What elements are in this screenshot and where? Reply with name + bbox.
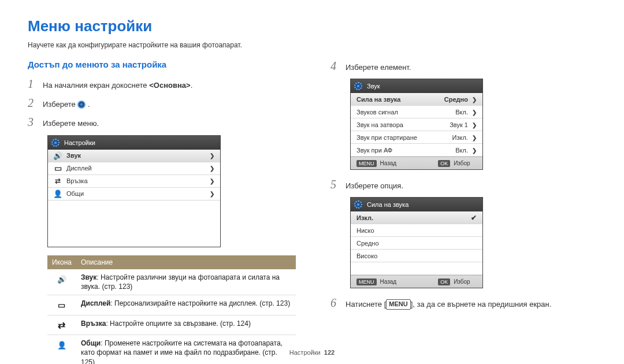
step-3: 3 Изберете меню. — [28, 116, 296, 129]
left-column: Достъп до менюто за настройка 1 На начал… — [28, 60, 296, 364]
ok-tag: OK — [438, 160, 450, 167]
volume-option-high[interactable]: Високо — [351, 250, 482, 262]
volume-menu-screenshot: Сила на звука Изкл. Ниско Средно Високо … — [350, 197, 483, 288]
menu-item-general[interactable]: Общи ❯ — [48, 188, 220, 200]
menu-item-label: Връзка — [66, 177, 88, 184]
step-text-part: . — [191, 81, 193, 90]
row-value: Вкл. — [455, 109, 468, 116]
sound-menu-screenshot: Звук Сила на звукаСредно ❯ Звуков сигнал… — [350, 79, 483, 170]
option-label: Ниско — [356, 227, 374, 234]
menu-rows: Звук ❯ Дисплей ❯ Връзка ❯ Общи ❯ — [48, 150, 220, 200]
step-6: 6 Натиснете [MENU], за да се върнете на … — [330, 296, 596, 310]
chevron-right-icon: ❯ — [472, 96, 477, 103]
page-title: Меню настройки — [28, 17, 596, 35]
display-icon — [54, 164, 62, 173]
two-column-layout: Достъп до менюто за настройка 1 На начал… — [28, 60, 596, 364]
menu-header: Звук — [351, 79, 482, 93]
menu-blank-area — [48, 200, 220, 247]
menu-header: Настройки — [48, 136, 220, 150]
description-table: Икона Описание Звук: Настройте различни … — [47, 255, 296, 364]
footer-back[interactable]: Назад — [380, 160, 397, 166]
table-row: Дисплей: Персонализирайте настройките на… — [47, 295, 296, 315]
chevron-right-icon: ❯ — [472, 109, 477, 116]
person-icon — [54, 190, 62, 198]
connect-icon — [58, 320, 65, 330]
step-5: 5 Изберете опция. — [330, 178, 596, 191]
volume-option-low[interactable]: Ниско — [351, 224, 482, 237]
step-number: 1 — [28, 77, 37, 91]
chevron-right-icon: ❯ — [210, 191, 214, 197]
table-row: Звук: Настройте различни звуци на фотоап… — [47, 269, 296, 295]
row-value: Звук 1 — [450, 121, 468, 128]
volume-option-off[interactable]: Изкл. — [351, 211, 482, 224]
step-text: Изберете . — [43, 99, 90, 110]
step-bold: <Основна> — [149, 81, 190, 90]
desc-bold: Звук — [81, 273, 96, 281]
footer-select[interactable]: Избор — [454, 278, 470, 285]
gear-icon — [51, 139, 60, 147]
chevron-right-icon: ❯ — [210, 165, 214, 172]
sound-row-startup[interactable]: Звук при стартиранеИзкл. ❯ — [351, 131, 482, 144]
connect-icon — [54, 177, 62, 185]
sound-row-shutter[interactable]: Звук на затвораЗвук 1 ❯ — [351, 118, 482, 131]
step-text: Изберете опция. — [346, 181, 403, 191]
table-header-icon: Икона — [47, 255, 76, 269]
speaker-icon — [57, 274, 66, 284]
row-label: Звук при стартиране — [356, 134, 417, 141]
footer-select[interactable]: Избор — [454, 160, 470, 166]
intro-text: Научете как да конфигурирате настройките… — [28, 41, 596, 49]
option-label: Средно — [356, 240, 379, 247]
menu-title: Сила на звука — [367, 201, 408, 208]
chevron-right-icon: ❯ — [472, 135, 477, 141]
gear-icon — [354, 200, 362, 209]
step-text-part: ], за да се върнете на предишния екран. — [411, 300, 552, 309]
menu-item-sound[interactable]: Звук ❯ — [48, 150, 220, 162]
desc-bold: Дисплей — [81, 299, 110, 307]
table-row: Връзка: Настройте опциите за свързване. … — [47, 315, 296, 335]
footer-back[interactable]: Назад — [380, 278, 397, 285]
desc-text: : Настройте различни звуци на фотоапарат… — [81, 273, 280, 291]
menu-rows: Сила на звукаСредно ❯ Звуков сигналВкл. … — [351, 93, 482, 157]
footer-page-number: 122 — [324, 349, 335, 356]
step-text-part: Изберете — [43, 100, 77, 109]
person-icon — [57, 340, 66, 350]
step-number: 5 — [330, 178, 340, 191]
menu-button-label: MENU — [386, 299, 410, 309]
chevron-right-icon: ❯ — [210, 153, 214, 159]
menu-item-label: Общи — [66, 190, 84, 197]
step-1: 1 На началния екран докоснете <Основна>. — [28, 77, 296, 91]
check-icon — [471, 214, 477, 222]
sound-row-beep[interactable]: Звуков сигналВкл. ❯ — [351, 106, 482, 118]
gear-icon — [354, 82, 362, 90]
step-text-part: . — [88, 100, 90, 109]
step-text-part: На началния екран докоснете — [43, 81, 149, 90]
menu-footer: MENU Назад OK Избор — [351, 157, 482, 169]
menu-item-connection[interactable]: Връзка ❯ — [48, 175, 220, 188]
section-heading: Достъп до менюто за настройка — [28, 60, 296, 69]
menu-title: Настройки — [64, 139, 95, 146]
step-text: Изберете меню. — [43, 118, 99, 129]
volume-option-medium[interactable]: Средно — [351, 237, 482, 250]
row-label: Звуков сигнал — [356, 109, 398, 116]
table-header-desc: Описание — [76, 255, 296, 269]
menu-blank-row — [351, 262, 482, 275]
row-label: Звук при АФ — [356, 147, 392, 154]
menu-item-label: Звук — [66, 152, 81, 159]
step-2: 2 Изберете . — [28, 96, 296, 110]
desc-bold: Общи — [81, 339, 101, 347]
menu-title: Звук — [367, 83, 380, 90]
sound-row-af[interactable]: Звук при АФВкл. ❯ — [351, 144, 482, 157]
step-text: Изберете елемент. — [346, 62, 411, 73]
step-text: На началния екран докоснете <Основна>. — [43, 80, 192, 91]
chevron-right-icon: ❯ — [472, 122, 477, 128]
row-label: Сила на звука — [356, 96, 400, 103]
option-label: Високо — [356, 252, 377, 259]
step-4: 4 Изберете елемент. — [330, 60, 596, 73]
menu-rows: Изкл. Ниско Средно Високо — [351, 211, 482, 262]
desc-text: : Настройте опциите за свързване. (стр. … — [106, 320, 251, 328]
option-label: Изкл. — [356, 214, 373, 221]
menu-item-display[interactable]: Дисплей ❯ — [48, 162, 220, 175]
desc-text: : Персонализирайте настройките на диспле… — [110, 299, 290, 307]
sound-row-volume[interactable]: Сила на звукаСредно ❯ — [351, 93, 482, 106]
settings-menu-screenshot: Настройки Звук ❯ Дисплей ❯ Връзка ❯ — [47, 135, 221, 247]
